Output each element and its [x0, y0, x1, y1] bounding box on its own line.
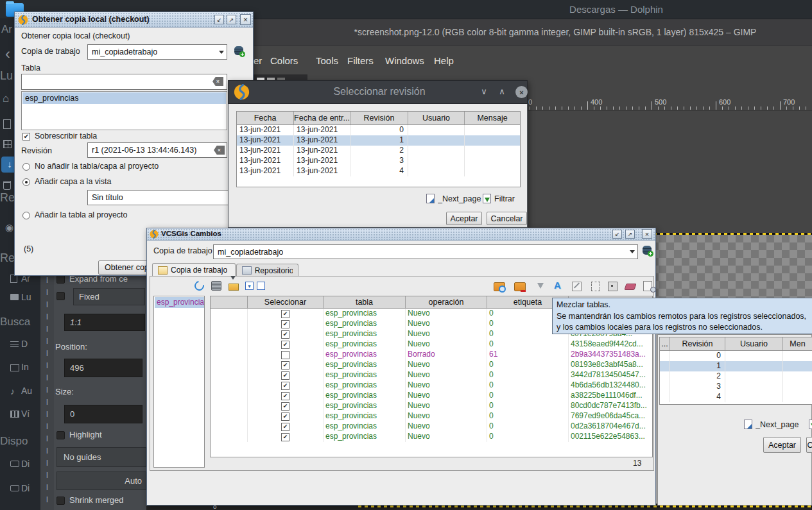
table-filter-input[interactable] [21, 74, 227, 90]
row-checkbox[interactable]: ✔ [281, 330, 289, 339]
image-icon[interactable] [10, 364, 19, 371]
col-blank[interactable] [211, 296, 248, 308]
menu-item-tools[interactable]: Tools [316, 55, 338, 66]
row-checkbox[interactable]: ✔ [281, 341, 289, 349]
history-icon[interactable] [643, 281, 654, 291]
menu-item-colors[interactable]: Colors [270, 55, 298, 66]
guides-dropdown[interactable]: No guides [56, 447, 146, 467]
database-add-icon[interactable] [643, 246, 652, 255]
next-page-icon[interactable] [744, 420, 752, 429]
revision-row[interactable]: 2 [660, 371, 812, 382]
sidebar-item-videos[interactable]: Ví [21, 409, 40, 419]
accept-button[interactable]: Aceptar [446, 212, 482, 225]
change-row[interactable]: ✔ esp_provincias Nuevo 0 0d2a3618704e467… [211, 421, 652, 432]
document-lines-icon[interactable] [10, 341, 19, 348]
revision-row[interactable]: 13-jun-2021 13-jun-2021 1 [237, 135, 520, 146]
radio-add-table[interactable] [22, 212, 30, 219]
revision-row[interactable]: 13-jun-2021 13-jun-2021 3 [237, 156, 520, 166]
sidebar-item-documentos[interactable]: D [21, 339, 40, 349]
change-row[interactable]: ✔ esp_provincias Nuevo 0 08193e8c3abf45a… [211, 360, 652, 370]
film-icon[interactable] [10, 411, 19, 418]
workspace-combobox[interactable]: mi_copiadetrabajo [87, 44, 227, 60]
select-revision-titlebar[interactable]: Seleccionar revisión ∨ ∧ × [228, 80, 528, 104]
menu-item-help[interactable]: Help [434, 55, 454, 66]
sidebar-item-disco-1[interactable]: Di [21, 459, 40, 469]
row-checkbox[interactable]: ✔ [281, 371, 289, 380]
view-combobox[interactable]: Sin título [87, 190, 236, 205]
edit-icon[interactable] [572, 282, 583, 292]
maximize-icon[interactable]: ∧ [497, 87, 507, 96]
row-checkbox[interactable]: ✔ [281, 433, 289, 441]
revision-row[interactable]: 0 [660, 351, 812, 361]
next-page-button[interactable]: _Next_page [756, 420, 800, 429]
aspect-ratio-input[interactable]: 1:1 [64, 314, 145, 331]
fixed-checkbox[interactable] [56, 292, 65, 300]
maximize-button[interactable]: ↗ [227, 15, 236, 24]
revision-input[interactable]: r1 (2021-06-13 13:44:46.143) [87, 142, 227, 158]
next-page-button[interactable]: _Next_page [438, 194, 483, 203]
list-item-selected[interactable]: esp_provincias [22, 92, 226, 104]
row-checkbox[interactable]: ✔ [281, 423, 289, 431]
file-icon[interactable] [3, 119, 11, 129]
radio-no-add[interactable] [22, 163, 30, 171]
database-add-icon[interactable] [234, 46, 243, 55]
filter-button[interactable]: Filtrar [494, 194, 523, 203]
update-remote-icon[interactable] [494, 281, 505, 291]
row-checkbox[interactable] [281, 351, 289, 359]
col-revision[interactable]: Revisión [350, 112, 408, 124]
revision-row[interactable]: 4 [660, 392, 812, 402]
vcsgis-titlebar[interactable]: VCSGis Cambios ↙ ↗ × [147, 228, 655, 241]
change-row[interactable]: ✔ esp_provincias Nuevo 0 4b6da56db132448… [211, 380, 652, 391]
row-checkbox[interactable]: ✔ [281, 412, 289, 421]
col-seleccionar[interactable]: Seleccionar [248, 296, 324, 308]
col-fecha-entrega[interactable]: Fecha de entr... [294, 112, 350, 124]
shrink-merged-checkbox[interactable] [56, 497, 65, 505]
fixed-dropdown[interactable]: Fixed [73, 288, 145, 305]
workspace-combobox[interactable]: mi_copiadetrabajo [213, 244, 638, 259]
copy-icon[interactable] [591, 282, 602, 292]
revision-row[interactable]: 1 [660, 361, 812, 371]
row-checkbox[interactable]: ✔ [281, 310, 289, 318]
chevron-down-icon[interactable] [219, 51, 224, 54]
close-button[interactable]: × [642, 229, 652, 239]
folder-small-icon[interactable] [10, 294, 19, 300]
select-none-checkbox-icon[interactable] [257, 282, 265, 290]
target-icon[interactable]: ◉ [5, 222, 13, 234]
col-mensaje-partial[interactable]: Men [783, 337, 812, 350]
remove-remote-icon[interactable] [514, 281, 525, 291]
server-icon[interactable] [211, 281, 222, 291]
col-fecha[interactable]: Fecha [237, 112, 294, 124]
back-icon[interactable]: ‹ [5, 45, 10, 63]
table-listbox[interactable]: esp_provincias [21, 91, 227, 130]
minimize-button[interactable]: ↙ [612, 230, 622, 239]
music-icon[interactable]: ♪ [10, 386, 15, 396]
row-checkbox[interactable]: ✔ [281, 392, 289, 400]
refresh-icon[interactable] [194, 281, 205, 291]
tables-listbox[interactable]: esp_provincias [153, 296, 205, 468]
col-usuario[interactable]: Usuario [725, 337, 783, 350]
home-icon[interactable]: ⌂ [3, 92, 9, 105]
change-row[interactable]: ✔ esp_provincias Nuevo 0 002115e622e5486… [211, 432, 652, 442]
position-x-input[interactable]: 496 [64, 359, 143, 377]
minimize-icon[interactable]: ∨ [479, 87, 489, 96]
cancel-button-partial[interactable]: C [806, 437, 812, 453]
minimize-button[interactable]: ↙ [214, 15, 224, 24]
col-mensaje[interactable]: Mensaje [465, 112, 520, 124]
revision-row[interactable]: 13-jun-2021 13-jun-2021 0 [237, 125, 520, 135]
grid-icon[interactable] [3, 140, 12, 148]
next-page-icon[interactable] [426, 194, 435, 203]
revision-row[interactable]: 3 [660, 382, 812, 392]
eraser-icon[interactable] [625, 281, 636, 291]
download-arrow-icon[interactable] [535, 281, 546, 291]
disk-icon[interactable] [10, 461, 19, 467]
checkout-titlebar[interactable]: Obtener copia local (checkout) ↙ ↗ × [15, 12, 253, 28]
select-all-dropdown-icon[interactable]: ▾ [245, 282, 254, 290]
tab-copia-de-trabajo[interactable]: Copia de trabajo [152, 263, 236, 276]
menu-item-windows[interactable]: Windows [385, 55, 424, 66]
change-row[interactable]: ✔ esp_provincias Nuevo 0 43158eaed9f442c… [211, 339, 652, 350]
row-checkbox[interactable]: ✔ [281, 382, 289, 390]
sidebar-item-disco-2[interactable]: Di [21, 483, 40, 493]
chevron-down-icon[interactable] [630, 250, 635, 253]
col-operacion[interactable]: operación [406, 296, 487, 308]
revision-row[interactable]: 13-jun-2021 13-jun-2021 4 [237, 166, 520, 176]
